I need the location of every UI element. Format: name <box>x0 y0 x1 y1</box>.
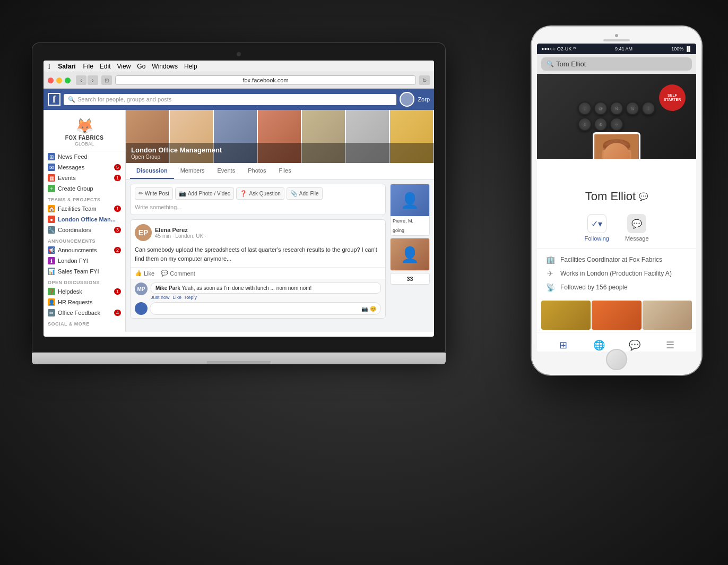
menu-items: File Edit View Go Windows Help <box>83 63 197 70</box>
commenter-avatar: MP <box>135 282 148 295</box>
forward-button[interactable]: › <box>88 75 98 85</box>
announcments-label: Announcments <box>58 247 97 253</box>
events-label: Events <box>58 175 76 181</box>
fox-fabrics-sub: GLOBAL <box>46 141 123 147</box>
facilities-label: Facilities Team <box>58 206 97 212</box>
post-compose-box: ✏ Write Post 📷 Add Photo / Video <box>130 184 386 215</box>
sidebar-item-events[interactable]: ▦ Events 1 <box>44 173 125 183</box>
briefcase-icon: 🏢 <box>545 255 555 264</box>
message-icon: 💬 <box>627 214 646 233</box>
sidebar-item-create-group[interactable]: + Create Group <box>44 183 125 194</box>
group-cover: London Office Management Open Group <box>126 110 434 163</box>
profile-photo <box>593 132 640 159</box>
post-card: EP Elena Perez 45 min · London, UK · Can… <box>130 219 386 319</box>
sales-fyi-icon: 📊 <box>48 268 55 275</box>
create-group-icon: + <box>48 185 55 192</box>
sidebar-item-hr-requests[interactable]: 👤 HR Requests <box>44 297 125 307</box>
news-feed-nav-button[interactable]: ⊞ <box>555 337 572 352</box>
comment-time: Just now <box>151 295 170 300</box>
ask-question-button[interactable]: ❓ Ask Question <box>236 187 284 200</box>
sidebar-item-london-fyi[interactable]: ℹ London FYI <box>44 255 125 266</box>
minimize-button[interactable] <box>56 78 62 83</box>
user-name-nav: Zorp <box>418 96 430 102</box>
facebook-layout: f 🔍 Search for people, groups and posts … <box>44 89 434 332</box>
speech-bubble-icon: 💬 <box>631 219 642 229</box>
add-photo-video-button[interactable]: 📷 Add Photo / Video <box>175 187 234 200</box>
search-input-row[interactable]: 🔍 Tom Elliot <box>541 57 692 71</box>
comment-area: MP Mike Park Yeah, as soon as I'm done w… <box>131 279 385 318</box>
following-button[interactable]: ✓▾ Following <box>584 214 609 242</box>
menu-file[interactable]: File <box>83 63 93 70</box>
comment-like-link[interactable]: Like <box>173 295 182 300</box>
message-button[interactable]: 💬 Message <box>625 214 649 242</box>
comment-input-row: 📷 😊 <box>135 302 381 315</box>
tab-files[interactable]: Files <box>272 163 297 179</box>
london-fyi-icon: ℹ <box>48 257 55 264</box>
back-button[interactable]: ‹ <box>76 75 86 85</box>
sidebar-item-newsfeed[interactable]: ⊞ News Feed <box>44 151 125 162</box>
comment-input-box[interactable]: 📷 😊 <box>150 302 381 315</box>
messages-badge: 5 <box>114 164 121 170</box>
menu-nav-button[interactable]: ☰ <box>662 337 679 352</box>
chat-nav-button[interactable]: 💬 <box>626 337 643 352</box>
following-icon: ✓▾ <box>587 214 606 233</box>
menu-go[interactable]: Go <box>137 63 145 70</box>
globe-nav-button[interactable]: 🌐 <box>591 337 608 352</box>
key-3: ½ <box>610 101 623 115</box>
browser-top: ‹ › ⊡ fox.facebook.com ↻ <box>48 75 430 85</box>
face-draw <box>595 135 638 159</box>
maximize-button[interactable] <box>65 78 71 83</box>
menu-edit[interactable]: Edit <box>100 63 111 70</box>
comment-reply-link[interactable]: Reply <box>185 295 197 300</box>
tab-photos[interactable]: Photos <box>241 163 272 179</box>
sidebar-item-london-office[interactable]: ● London Office Man... <box>44 214 125 225</box>
tab-button[interactable]: ⊡ <box>101 75 112 85</box>
sidebar-item-office-feedback[interactable]: ✏ Office Feedback 4 <box>44 307 125 318</box>
battery-icon: ▐▌ <box>685 46 692 52</box>
job-text: Facilities Coordinator at Fox Fabrics <box>560 256 662 263</box>
iphone-body: ●●●○○ O2-UK ᵂ 9:41 AM 100% ▐▌ 🔍 Tom Elli… <box>532 27 701 375</box>
key-6: ¢ <box>578 117 592 131</box>
iphone-screen: ●●●○○ O2-UK ᵂ 9:41 AM 100% ▐▌ 🔍 Tom Elli… <box>537 44 696 352</box>
add-file-button[interactable]: 📎 Add File <box>287 187 323 200</box>
fb-search-bar[interactable]: 🔍 Search for people, groups and posts <box>64 94 396 105</box>
nav-arrows: ‹ › <box>76 75 98 85</box>
photo-thumb-1[interactable] <box>541 301 591 330</box>
sidebar-item-helpdesk[interactable]: ❓ Helpdesk 1 <box>44 286 125 297</box>
comment-button[interactable]: 💬 Comment <box>161 270 195 277</box>
post-header: EP Elena Perez 45 min · London, UK · <box>131 220 385 245</box>
photo-thumb-3[interactable] <box>643 301 692 330</box>
profile-details: 🏢 Facilities Coordinator at Fox Fabrics … <box>537 248 696 298</box>
menu-view[interactable]: View <box>117 63 131 70</box>
post-placeholder[interactable]: Write something... <box>135 203 381 211</box>
sidebar-item-facilities[interactable]: 🏠 Facilities Team 1 <box>44 203 125 214</box>
sidebar-item-messages[interactable]: ✉ Messages 5 <box>44 162 125 173</box>
tab-members[interactable]: Members <box>174 163 211 179</box>
home-button[interactable] <box>606 349 627 370</box>
profile-photos-strip <box>537 298 696 332</box>
events-badge: 1 <box>114 175 121 181</box>
facilities-icon: 🏠 <box>48 205 55 212</box>
thumbs-up-icon: 👍 <box>135 270 142 277</box>
face-svg <box>595 135 638 159</box>
close-button[interactable] <box>48 78 54 83</box>
sidebar-item-sales-fyi[interactable]: 📊 Sales Team FYI <box>44 266 125 277</box>
photo-thumb-2[interactable] <box>592 301 641 330</box>
carrier-text: ●●●○○ O2-UK ᵂ <box>541 46 576 52</box>
address-bar[interactable]: fox.facebook.com <box>115 75 416 85</box>
fox-fabrics-title: FOX FABRICS <box>46 135 123 141</box>
reload-button[interactable]: ↻ <box>419 75 430 85</box>
helpdesk-badge: 1 <box>114 288 121 295</box>
tab-discussion[interactable]: Discussion <box>130 163 174 179</box>
comment-input-avatar <box>135 302 148 315</box>
menu-windows[interactable]: Windows <box>152 63 178 70</box>
coordinators-icon: 🔧 <box>48 226 55 234</box>
sidebar-item-coordinators[interactable]: 🔧 Coordinators 3 <box>44 225 125 235</box>
write-post-button[interactable]: ✏ Write Post <box>135 187 173 200</box>
profile-name: Tom Elliot 💬 <box>545 190 688 203</box>
office-feedback-icon: ✏ <box>48 309 55 316</box>
tab-events[interactable]: Events <box>211 163 242 179</box>
menu-help[interactable]: Help <box>184 63 197 70</box>
like-button[interactable]: 👍 Like <box>135 270 154 277</box>
sidebar-item-announcments[interactable]: 📢 Announcments 2 <box>44 245 125 255</box>
